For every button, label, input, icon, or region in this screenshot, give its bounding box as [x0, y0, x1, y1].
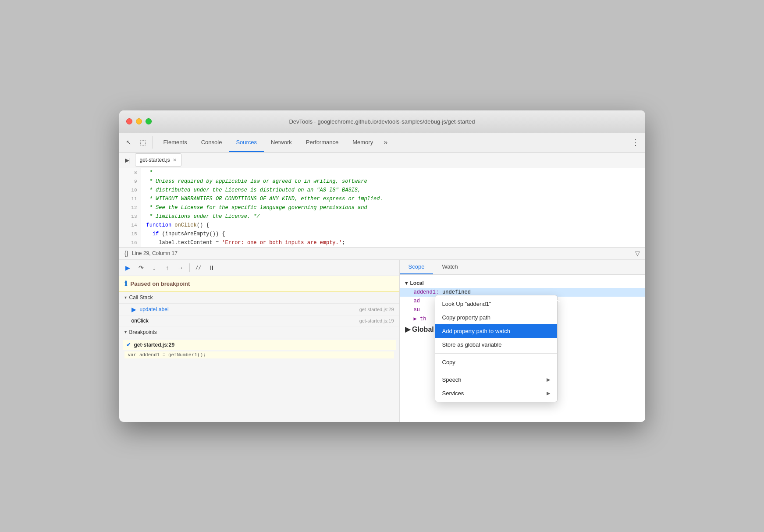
devtools-window: DevTools - googlechrome.github.io/devtoo…	[119, 110, 645, 422]
ctx-separator-2	[435, 371, 557, 371]
call-stack-fn-1: onClick	[131, 318, 356, 324]
close-button[interactable]	[126, 118, 132, 124]
traffic-lights	[126, 118, 152, 124]
left-panel: ▶ ↷ ↓ ↑ → // ⏸ ℹ Paused on breakpoint ▾ …	[119, 260, 400, 422]
scope-local-header[interactable]: ▾ Local	[400, 278, 645, 288]
code-editor: 8 * 9 * Unless required by applicable la…	[119, 168, 645, 248]
ctx-add-to-watch[interactable]: Add property path to watch ↖	[435, 324, 557, 338]
paused-message: Paused on breakpoint	[131, 280, 190, 287]
tab-sources[interactable]: Sources	[229, 133, 264, 152]
step-button[interactable]: →	[175, 262, 186, 273]
cursor-pointer-icon: ↖	[553, 294, 561, 305]
code-line-16: 16 label.textContent = 'Error: one or bo…	[119, 238, 645, 247]
pause-exceptions-button[interactable]: ⏸	[206, 262, 217, 273]
tab-network[interactable]: Network	[264, 133, 299, 152]
format-icon[interactable]: {}	[124, 250, 128, 257]
ctx-services[interactable]: Services ▶	[435, 387, 557, 400]
customize-icon[interactable]: ⋮	[629, 136, 642, 149]
breakpoint-item-0: ✔ get-started.js:29 var addend1 = getNum…	[119, 338, 399, 361]
cursor-position: Line 29, Column 17	[132, 250, 178, 256]
context-menu: Look Up "addend1" Copy property path Add…	[435, 295, 558, 402]
tab-icons: ↖ ⬚	[123, 136, 153, 149]
code-line-8: 8 *	[119, 168, 645, 177]
code-line-9: 9 * Unless required by applicable law or…	[119, 177, 645, 186]
more-tabs-button[interactable]: »	[380, 138, 391, 146]
title-bar: DevTools - googlechrome.github.io/devtoo…	[119, 110, 645, 133]
right-panel: Scope Watch ▾ Local addend1:	[400, 260, 645, 422]
bottom-panel: ▶ ↷ ↓ ↑ → // ⏸ ℹ Paused on breakpoint ▾ …	[119, 260, 645, 422]
tab-console[interactable]: Console	[194, 133, 229, 152]
status-bar: {} Line 29, Column 17 ▽	[119, 248, 645, 260]
active-frame-arrow: ▶	[131, 306, 136, 313]
code-line-15: 15 if (inputsAreEmpty()) {	[119, 230, 645, 238]
file-tab[interactable]: get-started.js ✕	[135, 153, 181, 167]
call-stack-header[interactable]: ▾ Call Stack	[119, 292, 399, 304]
file-tab-name: get-started.js	[140, 157, 170, 163]
breakpoint-file: get-started.js:29	[134, 342, 175, 348]
call-stack-label: Call Stack	[129, 294, 153, 301]
global-label: ▶ Global	[405, 325, 434, 333]
call-stack-fn-0: updateLabel	[140, 306, 356, 312]
local-label: Local	[410, 280, 424, 286]
deactivate-breakpoints-button[interactable]: //	[193, 262, 204, 273]
call-stack-item-0[interactable]: ▶ updateLabel get-started.js:29	[119, 304, 399, 316]
call-stack-triangle: ▾	[124, 295, 127, 300]
tab-elements[interactable]: Elements	[156, 133, 194, 152]
tab-performance[interactable]: Performance	[299, 133, 345, 152]
info-icon: ℹ	[124, 280, 127, 288]
device-icon[interactable]: ⬚	[137, 136, 149, 149]
code-line-11: 11 * WITHOUT WARRANTIES OR CONDITIONS OF…	[119, 195, 645, 203]
sidebar-toggle-icon[interactable]: ▶|	[123, 155, 133, 165]
editor-toolbar: ▶| get-started.js ✕	[119, 153, 645, 168]
filter-icon[interactable]: ▽	[635, 250, 640, 257]
breakpoints-triangle: ▾	[124, 330, 127, 334]
file-tab-close[interactable]: ✕	[173, 157, 177, 163]
paused-banner: ℹ Paused on breakpoint	[119, 276, 399, 292]
resume-button[interactable]: ▶	[123, 262, 133, 273]
ctx-store-global[interactable]: Store as global variable	[435, 338, 557, 351]
right-panel-wrapper: Scope Watch ▾ Local addend1:	[400, 260, 645, 422]
call-stack-item-1[interactable]: onClick get-started.js:19	[119, 316, 399, 326]
debug-toolbar: ▶ ↷ ↓ ↑ → // ⏸	[119, 260, 399, 276]
maximize-button[interactable]	[146, 118, 152, 124]
ctx-lookup[interactable]: Look Up "addend1"	[435, 297, 557, 311]
code-lines: 8 * 9 * Unless required by applicable la…	[119, 168, 645, 247]
ctx-separator-1	[435, 353, 557, 354]
ctx-copy[interactable]: Copy	[435, 355, 557, 369]
code-line-10: 10 * distributed under the License is di…	[119, 186, 645, 195]
code-line-14: 14 function onClick() {	[119, 221, 645, 230]
minimize-button[interactable]	[136, 118, 142, 124]
tab-scope[interactable]: Scope	[400, 260, 434, 274]
code-line-13: 13 * limitations under the License. */	[119, 212, 645, 221]
breakpoints-label: Breakpoints	[129, 329, 157, 335]
step-out-button[interactable]: ↑	[162, 262, 173, 273]
step-over-button[interactable]: ↷	[136, 262, 146, 273]
ctx-copy-path[interactable]: Copy property path	[435, 311, 557, 324]
devtools-tab-bar: ↖ ⬚ Elements Console Sources Network Per…	[119, 133, 645, 153]
code-line-12: 12 * See the License for the specific la…	[119, 203, 645, 212]
inspector-icon[interactable]: ↖	[123, 136, 135, 149]
ctx-speech[interactable]: Speech ▶	[435, 373, 557, 387]
breakpoint-code: var addend1 = getNumber1();	[124, 351, 394, 358]
step-into-button[interactable]: ↓	[149, 262, 160, 273]
breakpoints-header[interactable]: ▾ Breakpoints	[119, 326, 399, 338]
scope-watch-tabs: Scope Watch	[400, 260, 645, 275]
speech-arrow-icon: ▶	[547, 377, 550, 383]
tab-memory[interactable]: Memory	[345, 133, 380, 152]
call-stack-file-1: get-started.js:19	[359, 318, 394, 323]
local-triangle: ▾	[405, 280, 408, 286]
call-stack-file-0: get-started.js:29	[359, 307, 394, 312]
window-title: DevTools - googlechrome.github.io/devtoo…	[289, 118, 475, 125]
tab-watch[interactable]: Watch	[433, 260, 466, 274]
breakpoint-checkbox[interactable]: ✔	[126, 342, 131, 348]
toolbar-separator	[189, 263, 190, 272]
services-arrow-icon: ▶	[547, 390, 550, 396]
